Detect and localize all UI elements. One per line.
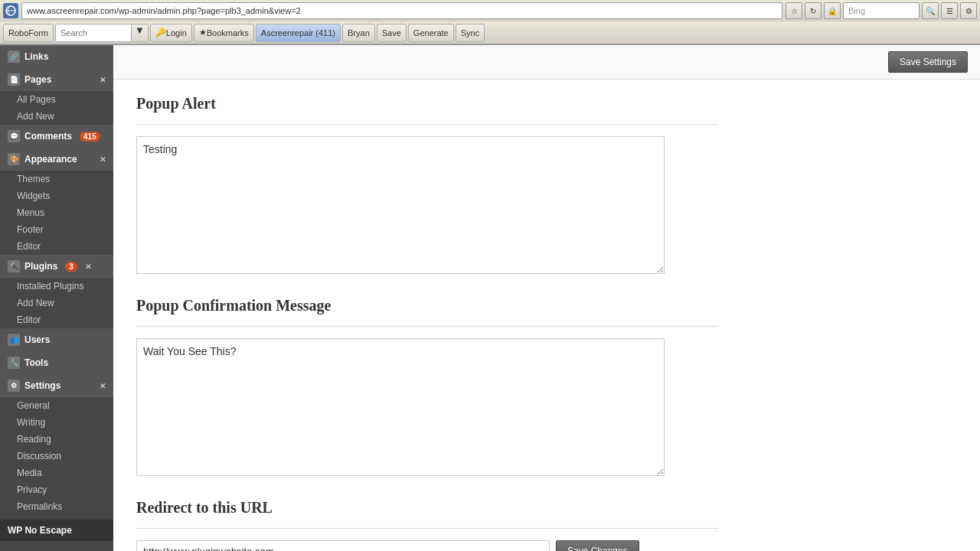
save-settings-top-button[interactable]: Save Settings: [888, 51, 968, 73]
menu-icon[interactable]: ☰: [941, 2, 958, 19]
appearance-icon: 🎨: [8, 153, 20, 165]
comments-icon: 💬: [8, 130, 20, 142]
login-button[interactable]: 🔑Login: [150, 24, 192, 42]
sidebar: 🔗 Links 📄 Pages ✕ All Pages Add New 💬 Co…: [0, 45, 113, 551]
refresh-icon[interactable]: ↻: [805, 2, 822, 19]
sidebar-link-writing[interactable]: Writing: [0, 414, 113, 431]
popup-alert-divider: [136, 124, 718, 125]
browser-titlebar: www.ascreenrepair.com/wp-admin/admin.php…: [0, 0, 980, 21]
sidebar-link-discussion[interactable]: Discussion: [0, 448, 113, 465]
sidebar-item-users[interactable]: 👥 Users: [0, 328, 113, 351]
sidebar-link-all-pages[interactable]: All Pages: [0, 91, 113, 108]
popup-alert-textarea[interactable]: [136, 136, 665, 274]
plugins-badge: 3: [65, 262, 77, 272]
browser-icon: [3, 3, 18, 18]
star-icon[interactable]: ☆: [786, 2, 802, 19]
sidebar-link-reading[interactable]: Reading: [0, 431, 113, 448]
browser-actions: ☆ ↻ 🔒 Bing 🔍 ☰ ⚙: [786, 2, 977, 19]
tools-sidebar-icon: 🔧: [8, 357, 20, 369]
main-content: Save Settings Popup Alert Popup Confirma…: [113, 45, 980, 551]
sidebar-link-installed-plugins[interactable]: Installed Plugins: [0, 278, 113, 295]
sidebar-link-footer[interactable]: Footer: [0, 221, 113, 238]
address-bar[interactable]: www.ascreenrepair.com/wp-admin/admin.php…: [21, 2, 782, 19]
save-changes-button[interactable]: Save Changes: [556, 540, 639, 551]
content-inner: Popup Alert Popup Confirmation Message R…: [113, 80, 741, 551]
sidebar-item-appearance[interactable]: 🎨 Appearance ✕: [0, 148, 113, 171]
sidebar-item-wp-no-escape[interactable]: WP No Escape: [0, 520, 113, 541]
sidebar-item-pages[interactable]: 📄 Pages ✕: [0, 68, 113, 91]
redirect-title: Redirect to this URL: [136, 499, 718, 517]
sidebar-link-media[interactable]: Media: [0, 465, 113, 481]
sidebar-link-permalinks[interactable]: Permalinks: [0, 498, 113, 515]
sidebar-link-menus[interactable]: Menus: [0, 204, 113, 221]
sidebar-link-add-new-pages[interactable]: Add New: [0, 108, 113, 125]
search-go-button[interactable]: ▼: [132, 24, 149, 42]
popup-alert-section: Popup Alert: [136, 95, 718, 274]
popup-confirm-textarea[interactable]: [136, 338, 665, 476]
sidebar-link-plugins-editor[interactable]: Editor: [0, 311, 113, 328]
popup-confirm-section: Popup Confirmation Message: [136, 297, 718, 476]
sync-button[interactable]: Sync: [456, 24, 485, 42]
sidebar-link-themes[interactable]: Themes: [0, 171, 113, 187]
popup-confirm-divider: [136, 326, 718, 327]
bing-search[interactable]: Bing: [843, 2, 920, 19]
bryan-button[interactable]: Bryan: [342, 24, 375, 42]
sidebar-item-settings[interactable]: ⚙ Settings ✕: [0, 374, 113, 397]
roboform-button[interactable]: RoboForm: [3, 24, 54, 42]
tools-icon[interactable]: ⚙: [960, 2, 977, 19]
sidebar-link-add-new-plugins[interactable]: Add New: [0, 295, 113, 311]
sidebar-link-general[interactable]: General: [0, 397, 113, 414]
comments-badge: 415: [80, 132, 100, 142]
bookmarks-button[interactable]: ★Bookmarks: [194, 24, 254, 42]
redirect-url-input[interactable]: [136, 540, 550, 551]
sidebar-item-comments[interactable]: 💬 Comments 415: [0, 125, 113, 148]
settings-icon: ⚙: [8, 380, 20, 392]
sidebar-link-widgets[interactable]: Widgets: [0, 187, 113, 204]
users-icon: 👥: [8, 334, 20, 346]
sidebar-item-tools[interactable]: 🔧 Tools: [0, 351, 113, 374]
wp-layout: 🔗 Links 📄 Pages ✕ All Pages Add New 💬 Co…: [0, 45, 980, 551]
plugins-icon: 🔌: [8, 260, 20, 272]
search-btn[interactable]: 🔍: [922, 2, 939, 19]
toolbar-search[interactable]: ▼: [55, 24, 149, 42]
save-bookmark-button[interactable]: Save: [377, 24, 407, 42]
sidebar-item-links[interactable]: 🔗 Links: [0, 45, 113, 68]
popup-alert-title: Popup Alert: [136, 95, 718, 112]
pages-icon: 📄: [8, 73, 20, 86]
browser-toolbar: RoboForm ▼ 🔑Login ★Bookmarks Ascreenrepa…: [0, 21, 980, 44]
top-action-bar: Save Settings: [113, 45, 980, 80]
search-input[interactable]: [55, 24, 132, 42]
popup-confirm-title: Popup Confirmation Message: [136, 297, 718, 315]
security-icon[interactable]: 🔒: [824, 2, 841, 19]
url-row: Save Changes: [136, 540, 718, 551]
redirect-divider: [136, 528, 718, 529]
redirect-section: Redirect to this URL Save Changes: [136, 499, 718, 551]
sidebar-link-privacy[interactable]: Privacy: [0, 481, 113, 498]
links-icon: 🔗: [8, 51, 20, 63]
ascreenrepair-button[interactable]: Ascreenrepair (411): [256, 24, 341, 42]
sidebar-link-editor-appearance[interactable]: Editor: [0, 238, 113, 255]
sidebar-item-plugins[interactable]: 🔌 Plugins 3 ✕: [0, 255, 113, 278]
generate-button[interactable]: Generate: [408, 24, 454, 42]
